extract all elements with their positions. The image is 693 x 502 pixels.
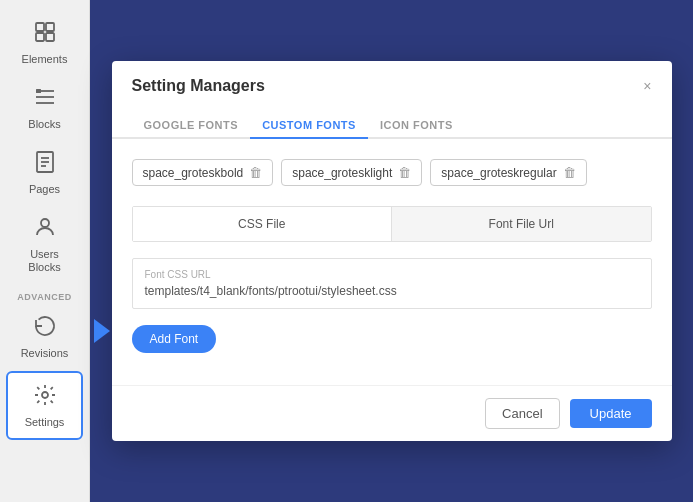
font-tag-regular-label: space_groteskregular — [441, 166, 556, 180]
font-css-url-label: Font CSS URL — [145, 269, 639, 280]
svg-rect-7 — [36, 89, 41, 93]
modal-footer: Cancel Update — [112, 385, 672, 441]
sidebar-item-blocks-label: Blocks — [28, 118, 60, 130]
sidebar-item-revisions-label: Revisions — [21, 347, 69, 359]
update-button[interactable]: Update — [570, 399, 652, 428]
tab-icon-fonts[interactable]: ICON FONTS — [368, 113, 465, 139]
font-tag-light-remove[interactable]: 🗑 — [398, 165, 411, 180]
pages-icon — [34, 150, 56, 179]
sidebar: Elements Blocks Pages — [0, 0, 90, 502]
font-tag-bold: space_groteskbold 🗑 — [132, 159, 274, 186]
font-tag-regular-remove[interactable]: 🗑 — [563, 165, 576, 180]
users-blocks-icon — [33, 215, 57, 244]
elements-icon — [33, 20, 57, 49]
font-tags-list: space_groteskbold 🗑 space_grotesklight 🗑… — [132, 159, 652, 186]
svg-rect-3 — [46, 33, 54, 41]
modal-body: space_groteskbold 🗑 space_grotesklight 🗑… — [112, 139, 672, 385]
sidebar-item-users-blocks[interactable]: UsersBlocks — [0, 205, 89, 284]
advanced-divider: ADVANCED — [0, 284, 89, 304]
font-css-url-value: templates/t4_blank/fonts/ptrootui/styles… — [145, 284, 639, 298]
font-table: CSS File Font File Url — [132, 206, 652, 242]
modal-title: Setting Managers — [132, 77, 265, 95]
font-tag-bold-label: space_groteskbold — [143, 166, 244, 180]
modal-tabs: GOOGLE FONTS CUSTOM FONTS ICON FONTS — [112, 103, 672, 139]
sidebar-item-settings-label: Settings — [25, 416, 65, 428]
tab-google-fonts[interactable]: GOOGLE FONTS — [132, 113, 251, 139]
font-css-url-input-group: Font CSS URL templates/t4_blank/fonts/pt… — [132, 258, 652, 309]
sidebar-item-pages[interactable]: Pages — [0, 140, 89, 205]
cancel-button[interactable]: Cancel — [485, 398, 559, 429]
blocks-icon — [33, 85, 57, 114]
sidebar-arrow — [94, 319, 110, 343]
svg-rect-2 — [36, 33, 44, 41]
svg-rect-1 — [46, 23, 54, 31]
sidebar-item-users-blocks-label: UsersBlocks — [28, 248, 60, 274]
svg-point-13 — [42, 392, 48, 398]
sidebar-item-elements[interactable]: Elements — [0, 10, 89, 75]
svg-rect-0 — [36, 23, 44, 31]
font-tag-light-label: space_grotesklight — [292, 166, 392, 180]
revisions-icon — [33, 314, 57, 343]
font-tag-bold-remove[interactable]: 🗑 — [249, 165, 262, 180]
sidebar-item-revisions[interactable]: Revisions — [0, 304, 89, 369]
modal-close-button[interactable]: × — [643, 78, 651, 94]
setting-managers-modal: Setting Managers × GOOGLE FONTS CUSTOM F… — [112, 61, 672, 441]
sidebar-item-pages-label: Pages — [29, 183, 60, 195]
font-table-header: CSS File Font File Url — [133, 207, 651, 241]
col-font-file-url: Font File Url — [392, 207, 651, 241]
sidebar-item-blocks[interactable]: Blocks — [0, 75, 89, 140]
sidebar-item-elements-label: Elements — [22, 53, 68, 65]
settings-icon — [33, 383, 57, 412]
col-css-file: CSS File — [133, 207, 393, 241]
modal-header: Setting Managers × — [112, 61, 672, 95]
sidebar-item-settings[interactable]: Settings — [6, 371, 83, 440]
font-tag-light: space_grotesklight 🗑 — [281, 159, 422, 186]
svg-point-12 — [41, 219, 49, 227]
add-font-button[interactable]: Add Font — [132, 325, 217, 353]
tab-custom-fonts[interactable]: CUSTOM FONTS — [250, 113, 368, 139]
font-tag-regular: space_groteskregular 🗑 — [430, 159, 586, 186]
